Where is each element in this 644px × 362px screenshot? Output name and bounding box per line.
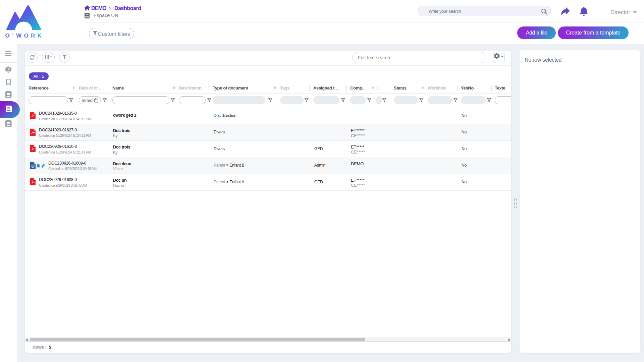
svg-text:O’WORK: O’WORK	[5, 33, 44, 39]
